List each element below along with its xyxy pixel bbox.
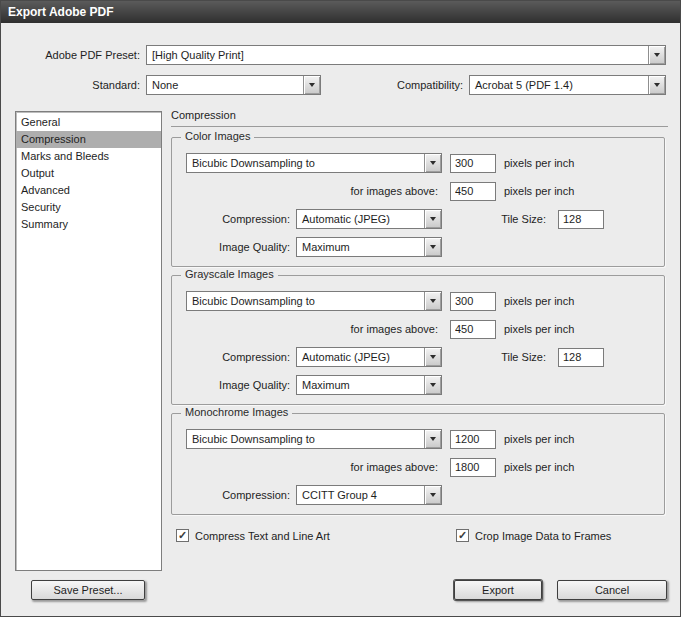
compatibility-value: Acrobat 5 (PDF 1.4) bbox=[470, 76, 648, 94]
grayscale-tile-size-input[interactable] bbox=[558, 348, 604, 367]
export-adobe-pdf-dialog: Export Adobe PDF Adobe PDF Preset: [High… bbox=[0, 0, 681, 617]
compression-panel: Compression Color Images Bicubic Downsam… bbox=[171, 109, 668, 545]
chevron-down-icon[interactable] bbox=[424, 210, 441, 228]
color-compression-label: Compression: bbox=[184, 213, 296, 225]
chevron-down-icon[interactable] bbox=[424, 486, 441, 504]
preset-value: [High Quality Print] bbox=[147, 46, 648, 64]
color-sampling-select[interactable]: Bicubic Downsampling to bbox=[186, 153, 442, 173]
color-compression-value: Automatic (JPEG) bbox=[297, 210, 424, 228]
grayscale-image-quality-label: Image Quality: bbox=[184, 379, 296, 391]
monochrome-compression-select[interactable]: CCITT Group 4 bbox=[296, 485, 442, 505]
save-preset-button[interactable]: Save Preset... bbox=[31, 580, 145, 600]
color-images-group-title: Color Images bbox=[181, 130, 254, 142]
preset-select[interactable]: [High Quality Print] bbox=[146, 45, 666, 65]
monochrome-above-unit-label: pixels per inch bbox=[504, 461, 574, 473]
sidebar-item-general[interactable]: General bbox=[16, 114, 161, 131]
monochrome-sampling-select[interactable]: Bicubic Downsampling to bbox=[186, 429, 442, 449]
standard-select[interactable]: None bbox=[146, 75, 321, 95]
grayscale-above-unit-label: pixels per inch bbox=[504, 323, 574, 335]
monochrome-ppi-unit-label: pixels per inch bbox=[504, 433, 574, 445]
color-tile-size-input[interactable] bbox=[558, 210, 604, 229]
window-title: Export Adobe PDF bbox=[8, 5, 114, 19]
standard-row: Standard: None Compatibility: Acrobat 5 … bbox=[15, 75, 666, 95]
panel-title: Compression bbox=[171, 109, 668, 127]
sidebar-item-output[interactable]: Output bbox=[16, 165, 161, 182]
chevron-down-icon[interactable] bbox=[424, 348, 441, 366]
compress-text-label: Compress Text and Line Art bbox=[195, 530, 330, 542]
monochrome-ppi-input[interactable] bbox=[450, 430, 496, 449]
grayscale-sampling-select[interactable]: Bicubic Downsampling to bbox=[186, 291, 442, 311]
color-ppi-unit-label: pixels per inch bbox=[504, 157, 574, 169]
monochrome-above-label: for images above: bbox=[184, 461, 442, 473]
chevron-down-icon[interactable] bbox=[648, 76, 665, 94]
color-tile-size-label: Tile Size: bbox=[442, 213, 552, 225]
checkbox-checked-icon[interactable] bbox=[456, 529, 469, 542]
compatibility-label: Compatibility: bbox=[397, 79, 469, 91]
color-above-label: for images above: bbox=[184, 185, 442, 197]
grayscale-tile-size-label: Tile Size: bbox=[442, 351, 552, 363]
standard-label: Standard: bbox=[15, 79, 146, 91]
chevron-down-icon[interactable] bbox=[303, 76, 320, 94]
grayscale-image-quality-select[interactable]: Maximum bbox=[296, 375, 442, 395]
preset-label: Adobe PDF Preset: bbox=[15, 49, 146, 61]
color-ppi-input[interactable] bbox=[450, 154, 496, 173]
grayscale-image-quality-value: Maximum bbox=[297, 376, 424, 394]
color-images-group: Color Images Bicubic Downsampling to pix… bbox=[171, 137, 665, 267]
monochrome-compression-label: Compression: bbox=[184, 489, 296, 501]
sidebar-item-advanced[interactable]: Advanced bbox=[16, 182, 161, 199]
sidebar-item-summary[interactable]: Summary bbox=[16, 216, 161, 233]
grayscale-compression-value: Automatic (JPEG) bbox=[297, 348, 424, 366]
chevron-down-icon[interactable] bbox=[424, 154, 441, 172]
title-bar[interactable]: Export Adobe PDF bbox=[1, 1, 680, 23]
monochrome-above-input[interactable] bbox=[450, 458, 496, 477]
sidebar-item-marks-and-bleeds[interactable]: Marks and Bleeds bbox=[16, 148, 161, 165]
grayscale-ppi-unit-label: pixels per inch bbox=[504, 295, 574, 307]
sidebar-item-security[interactable]: Security bbox=[16, 199, 161, 216]
grayscale-sampling-value: Bicubic Downsampling to bbox=[187, 292, 424, 310]
sections-listbox: General Compression Marks and Bleeds Out… bbox=[15, 111, 162, 571]
standard-value: None bbox=[147, 76, 303, 94]
chevron-down-icon[interactable] bbox=[424, 238, 441, 256]
color-image-quality-value: Maximum bbox=[297, 238, 424, 256]
color-image-quality-label: Image Quality: bbox=[184, 241, 296, 253]
grayscale-ppi-input[interactable] bbox=[450, 292, 496, 311]
compatibility-select[interactable]: Acrobat 5 (PDF 1.4) bbox=[469, 75, 666, 95]
compress-text-checkbox[interactable]: Compress Text and Line Art bbox=[176, 529, 330, 542]
preset-row: Adobe PDF Preset: [High Quality Print] bbox=[15, 45, 666, 65]
color-above-input[interactable] bbox=[450, 182, 496, 201]
color-image-quality-select[interactable]: Maximum bbox=[296, 237, 442, 257]
grayscale-images-group-title: Grayscale Images bbox=[181, 268, 278, 280]
monochrome-compression-value: CCITT Group 4 bbox=[297, 486, 424, 504]
grayscale-above-input[interactable] bbox=[450, 320, 496, 339]
monochrome-images-group: Monochrome Images Bicubic Downsampling t… bbox=[171, 413, 665, 515]
crop-image-data-checkbox[interactable]: Crop Image Data to Frames bbox=[456, 529, 611, 542]
options-row: Compress Text and Line Art Crop Image Da… bbox=[171, 529, 668, 545]
color-sampling-value: Bicubic Downsampling to bbox=[187, 154, 424, 172]
grayscale-images-group: Grayscale Images Bicubic Downsampling to… bbox=[171, 275, 665, 405]
chevron-down-icon[interactable] bbox=[424, 376, 441, 394]
color-compression-select[interactable]: Automatic (JPEG) bbox=[296, 209, 442, 229]
crop-image-data-label: Crop Image Data to Frames bbox=[475, 530, 611, 542]
color-above-unit-label: pixels per inch bbox=[504, 185, 574, 197]
monochrome-images-group-title: Monochrome Images bbox=[181, 406, 292, 418]
chevron-down-icon[interactable] bbox=[424, 292, 441, 310]
sidebar-item-compression[interactable]: Compression bbox=[16, 131, 161, 148]
chevron-down-icon[interactable] bbox=[648, 46, 665, 64]
grayscale-above-label: for images above: bbox=[184, 323, 442, 335]
monochrome-sampling-value: Bicubic Downsampling to bbox=[187, 430, 424, 448]
chevron-down-icon[interactable] bbox=[424, 430, 441, 448]
grayscale-compression-label: Compression: bbox=[184, 351, 296, 363]
grayscale-compression-select[interactable]: Automatic (JPEG) bbox=[296, 347, 442, 367]
cancel-button[interactable]: Cancel bbox=[557, 580, 667, 600]
export-button[interactable]: Export bbox=[454, 580, 542, 600]
checkbox-checked-icon[interactable] bbox=[176, 529, 189, 542]
